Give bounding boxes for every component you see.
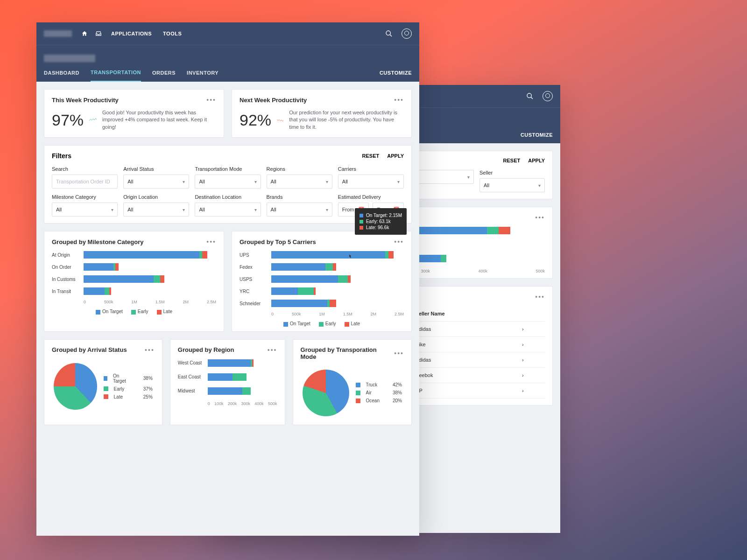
bar-segment[interactable] (199, 251, 203, 259)
brands-select[interactable]: All▾ (267, 203, 332, 217)
legend-item: Late (345, 321, 360, 326)
inbox-icon[interactable] (94, 29, 103, 38)
milestone-label: Milestone Category (52, 194, 118, 200)
chevron-right-icon: › (518, 352, 545, 368)
bar-segment[interactable] (84, 275, 154, 283)
bar-segment[interactable] (348, 275, 351, 283)
subbar: DASHBOARD TRANSPORTATION ORDERS INVENTOR… (36, 45, 419, 82)
carriers-select[interactable]: All▾ (338, 175, 404, 189)
origin-select[interactable]: All▾ (123, 203, 189, 217)
card-title: Grouped by Top 5 Carriers (240, 238, 316, 245)
pie-legend-row: Air38% (356, 390, 402, 395)
bar-label: USPS (240, 277, 271, 282)
tab-orders[interactable]: ORDERS (152, 70, 176, 81)
card-title: Grouped by Transporation Mode (301, 346, 395, 360)
bar-label: East Coast (178, 374, 208, 379)
card-menu-icon[interactable]: ••• (535, 214, 545, 221)
card-menu-icon[interactable]: ••• (268, 346, 277, 354)
bar-segment[interactable] (333, 263, 336, 271)
home-icon[interactable] (80, 29, 89, 38)
bar-segment[interactable] (338, 275, 347, 283)
bar-segment[interactable] (154, 275, 160, 283)
bar-segment[interactable] (115, 263, 119, 271)
bar-segment[interactable] (242, 387, 251, 395)
card-menu-icon[interactable]: ••• (145, 346, 155, 354)
bar-segment[interactable] (271, 275, 338, 283)
sparkline-down-icon (277, 115, 283, 125)
bar-segment[interactable] (202, 251, 207, 259)
pie-legend-row: Truck42% (356, 382, 402, 387)
apply-button[interactable]: APPLY (528, 158, 545, 163)
card-title: This Week Productivity (52, 97, 119, 104)
card-menu-icon[interactable]: ••• (206, 96, 216, 104)
bar-segment[interactable] (487, 227, 499, 234)
bar-segment[interactable] (388, 251, 394, 259)
bar-label: UPS (240, 252, 271, 258)
bar-segment[interactable] (208, 373, 233, 381)
milestone-chart: At OriginOn OrderIn CustomsIn Transit050… (52, 251, 216, 314)
mode-select[interactable]: All▾ (195, 175, 261, 189)
chart-tooltip: On Target: 2.15M Early: 63.1k Late: 96.6… (355, 208, 407, 235)
milestone-select[interactable]: All▾ (52, 203, 118, 217)
bar-segment[interactable] (252, 359, 254, 367)
legend-item: Late (157, 309, 172, 314)
bar-segment[interactable] (84, 251, 199, 259)
bar-segment[interactable] (441, 255, 446, 262)
tab-inventory[interactable]: INVENTORY (187, 70, 218, 81)
th-seller: Seller Name (412, 306, 519, 322)
bar-segment[interactable] (208, 359, 251, 367)
search-icon[interactable] (385, 29, 393, 38)
bar-segment[interactable] (298, 287, 314, 295)
legend-item: On Target (96, 309, 123, 314)
bar-segment[interactable] (314, 287, 316, 295)
bar-segment[interactable] (160, 275, 164, 283)
nav-applications[interactable]: APPLICATIONS (111, 31, 152, 36)
bar-segment[interactable] (109, 287, 112, 295)
regions-label: Regions (267, 166, 332, 172)
bar-segment[interactable] (271, 263, 325, 271)
customize-link[interactable]: CUSTOMIZE (521, 132, 553, 143)
bar-segment[interactable] (330, 300, 336, 307)
pie-chart (54, 363, 97, 410)
bar-segment[interactable] (271, 287, 298, 295)
milestone-chart-card: Grouped by Milestone Category ••• At Ori… (44, 231, 224, 331)
card-menu-icon[interactable]: ••• (206, 238, 216, 245)
bar-segment[interactable] (233, 373, 247, 381)
tab-transportation[interactable]: TRANSPORTATION (91, 70, 141, 82)
search-input[interactable] (52, 175, 118, 189)
chevron-right-icon: › (518, 383, 545, 399)
bar-row: In Transit (52, 287, 216, 295)
card-menu-icon[interactable]: ••• (535, 293, 545, 301)
tab-dashboard[interactable]: DASHBOARD (44, 70, 79, 81)
avatar-icon[interactable] (543, 91, 553, 101)
pie-legend-row: Ocean20% (356, 398, 402, 403)
bar-segment[interactable] (499, 227, 510, 234)
bar-label: At Origin (52, 252, 84, 258)
bar-segment[interactable] (84, 287, 105, 295)
arrival-select[interactable]: All▾ (123, 175, 189, 189)
filter-select[interactable]: ▾ (413, 170, 474, 184)
customize-link[interactable]: CUSTOMIZE (380, 70, 412, 81)
productivity-pct: 97% (52, 111, 84, 129)
bar-segment[interactable] (271, 300, 327, 307)
nav-tools[interactable]: TOOLS (163, 31, 182, 36)
apply-button[interactable]: APPLY (387, 153, 404, 159)
pie-legend-row: Late25% (104, 394, 153, 399)
reset-button[interactable]: RESET (503, 158, 521, 163)
bar-segment[interactable] (208, 387, 242, 395)
card-menu-icon[interactable]: ••• (394, 96, 404, 104)
destination-select[interactable]: All▾ (195, 203, 261, 217)
card-menu-icon[interactable]: ••• (394, 350, 404, 357)
reset-button[interactable]: RESET (362, 153, 380, 159)
bar-segment[interactable] (84, 263, 113, 271)
bar-row: In Customs (52, 275, 216, 283)
seller-select[interactable]: All▾ (479, 178, 545, 192)
bar-segment[interactable] (385, 251, 388, 259)
bar-segment[interactable] (271, 251, 385, 259)
bar-segment[interactable] (325, 263, 333, 271)
avatar-icon[interactable] (402, 28, 412, 39)
search-icon[interactable] (526, 92, 534, 100)
regions-select[interactable]: All▾ (267, 175, 332, 189)
card-menu-icon[interactable]: ••• (394, 238, 404, 245)
bar-segment[interactable] (105, 287, 109, 295)
